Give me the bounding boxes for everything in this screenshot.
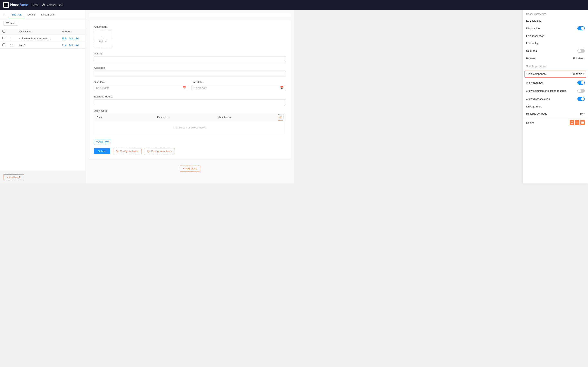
start-date-input[interactable]: Select date 📅	[94, 85, 188, 91]
sub-table-actions-col	[276, 114, 286, 121]
sub-table: Date Day Hours Ideal Hours	[94, 114, 286, 134]
parent-input[interactable]	[94, 56, 286, 62]
right-panel: Attachment: + Upload Parent: Assignee: S…	[86, 10, 294, 184]
attachment-label: Attachment:	[94, 25, 286, 28]
table-row: 1 − System Management ... Edit Add child	[0, 35, 86, 42]
left-panel: ← SubTask Details Documents Filter	[0, 10, 86, 184]
col-day-hours: Day Hours	[155, 114, 215, 121]
configure-fields-icon	[116, 150, 119, 153]
row-1-checkbox[interactable]	[2, 37, 5, 39]
expand-icon[interactable]: −	[18, 37, 20, 40]
tab-details[interactable]: Details	[25, 11, 38, 18]
date-row: Start Date: Select date 📅 End Date: Sele…	[94, 81, 286, 95]
svg-rect-1	[6, 3, 8, 5]
plus-icon: +	[102, 35, 104, 39]
row-1-add-child[interactable]: Add child	[69, 37, 79, 40]
add-block-bottom-area: + Add block	[86, 162, 294, 175]
upload-box[interactable]: + Upload	[94, 30, 112, 48]
tabs: ← SubTask Details Documents	[0, 10, 86, 18]
form-top-partial	[89, 13, 291, 17]
add-new-area: + Add new	[94, 137, 286, 144]
submit-button[interactable]: Submit	[94, 148, 110, 154]
start-date-placeholder: Select date	[96, 86, 109, 90]
col-checkbox	[0, 28, 8, 35]
row-1-actions: Edit Add child	[60, 35, 86, 42]
start-date-field: Start Date: Select date 📅	[94, 81, 188, 91]
logo-text: NocoBase	[10, 3, 28, 7]
tab-documents[interactable]: Documents	[39, 11, 57, 18]
back-button[interactable]: ←	[3, 13, 7, 17]
configure-fields-label: Configure fields	[120, 150, 138, 153]
table-row: 1.1 Part 1 Edit Add child	[0, 42, 86, 49]
configure-fields-button[interactable]: Configure fields	[113, 148, 141, 154]
row-2-edit[interactable]: Edit	[62, 44, 66, 47]
col-ideal-hours: Ideal Hours	[215, 114, 276, 121]
estimate-hours-label: Estimate Hours:	[94, 95, 286, 98]
row-2-add-child[interactable]: Add child	[69, 44, 79, 47]
svg-point-7	[117, 151, 118, 152]
row-checkbox	[0, 35, 8, 42]
tab-subtask[interactable]: SubTask	[9, 11, 24, 18]
assignee-field: Assignee:	[94, 66, 286, 76]
upload-label: Upload	[99, 40, 107, 43]
col-task-name: Task Name	[16, 28, 60, 35]
assignee-label: Assignee:	[94, 66, 286, 69]
svg-point-6	[280, 117, 281, 118]
form-actions: Submit Configure fields Configure action…	[94, 148, 286, 154]
add-block-left-button[interactable]: + Add block	[3, 174, 24, 180]
svg-point-8	[148, 151, 149, 152]
end-date-placeholder: Select date	[194, 86, 207, 90]
personal-panel-icon	[42, 3, 45, 6]
col-date: Date	[94, 114, 155, 121]
row-checkbox	[0, 42, 8, 49]
estimate-hours-input[interactable]	[94, 99, 286, 105]
filter-button[interactable]: Filter	[3, 21, 18, 26]
svg-rect-2	[4, 5, 6, 7]
row-1-number: 1	[8, 35, 16, 42]
row-2-actions: Edit Add child	[60, 42, 86, 49]
estimate-hours-field: Estimate Hours:	[94, 95, 286, 105]
add-block-left-area: + Add block	[0, 171, 86, 184]
assignee-input[interactable]	[94, 71, 286, 76]
col-number	[8, 28, 16, 35]
filter-icon	[6, 22, 9, 25]
configure-actions-label: Configure actions	[151, 150, 172, 153]
end-date-label: End Date:	[191, 81, 286, 83]
calendar-icon-start: 📅	[182, 86, 186, 90]
row-1-name: − System Management ...	[16, 35, 60, 42]
row-2-number: 1.1	[8, 42, 16, 49]
gear-icon	[279, 116, 282, 119]
empty-record: Please add or select record	[94, 121, 286, 134]
row-2-name: Part 1	[16, 42, 60, 49]
main-layout: ← SubTask Details Documents Filter	[0, 10, 294, 184]
logo-icon	[3, 2, 9, 8]
add-block-bottom-button[interactable]: + Add block	[180, 166, 200, 171]
form-container: Attachment: + Upload Parent: Assignee: S…	[89, 20, 291, 159]
logo: NocoBase	[3, 2, 28, 8]
nav-personal-panel[interactable]: Personal Panel	[42, 3, 63, 7]
parent-field: Parent:	[94, 52, 286, 62]
row-1-edit[interactable]: Edit	[62, 37, 66, 40]
add-new-button[interactable]: + Add new	[94, 139, 111, 144]
attachment-field: Attachment: + Upload	[94, 25, 286, 48]
calendar-icon-end: 📅	[280, 86, 284, 90]
daily-work-label: Daily Work:	[94, 109, 286, 112]
top-nav: NocoBase Demo Personal Panel	[0, 0, 294, 10]
end-date-input[interactable]: Select date 📅	[191, 85, 286, 91]
select-all-checkbox[interactable]	[2, 30, 5, 33]
configure-actions-icon	[147, 150, 150, 153]
configure-actions-button[interactable]: Configure actions	[144, 148, 175, 154]
start-date-label: Start Date:	[94, 81, 188, 83]
end-date-field: End Date: Select date 📅	[191, 81, 286, 91]
sub-table-settings-button[interactable]	[278, 114, 284, 120]
sub-table-header: Date Day Hours Ideal Hours	[94, 114, 286, 121]
task-table: Task Name Actions 1 − System Management …	[0, 28, 86, 171]
svg-rect-0	[4, 3, 6, 5]
parent-label: Parent:	[94, 52, 286, 55]
row-2-checkbox[interactable]	[2, 43, 5, 46]
filter-bar: Filter	[0, 18, 86, 28]
svg-rect-3	[6, 5, 8, 7]
col-actions: Actions	[60, 28, 86, 35]
nav-demo[interactable]: Demo	[31, 3, 39, 7]
daily-work-field: Daily Work: Date Day Hours Ideal Hours	[94, 109, 286, 144]
